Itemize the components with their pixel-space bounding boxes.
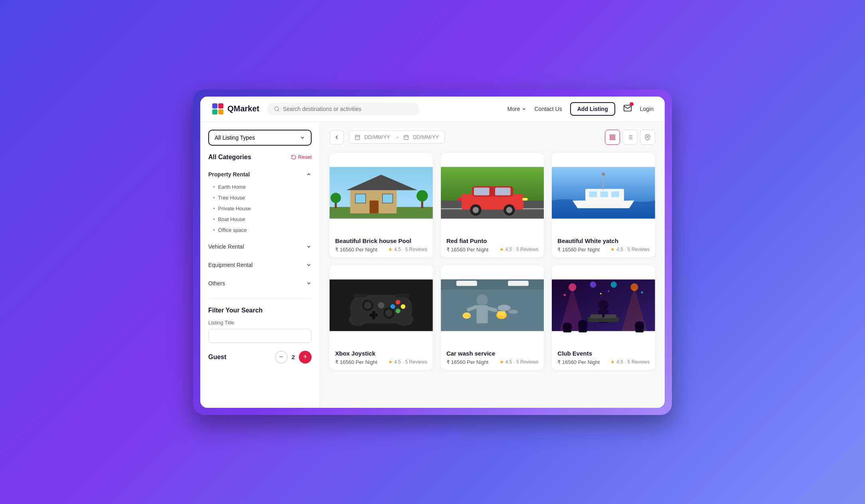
listing-type-select[interactable]: All Listing Types bbox=[208, 130, 312, 146]
card-image-car bbox=[441, 153, 544, 233]
category-group-others: Others bbox=[208, 276, 312, 291]
svg-rect-94 bbox=[590, 314, 602, 318]
listing-card-4[interactable]: Xbox Joystick ₹ 16560 Per Night ★ 4.5 · … bbox=[330, 265, 433, 370]
reviews-2: · 5 Reviews bbox=[513, 247, 538, 252]
search-bar[interactable] bbox=[267, 103, 419, 115]
svg-point-89 bbox=[611, 281, 617, 288]
arrow-separator: → bbox=[394, 134, 399, 140]
card-title-1: Beautiful Brick house Pool bbox=[335, 237, 427, 244]
search-icon bbox=[274, 106, 280, 112]
listing-card-5[interactable]: Car wash service ₹ 16560 Per Night ★ 4.5… bbox=[441, 265, 544, 370]
svg-rect-82 bbox=[498, 311, 505, 316]
listing-title-label: Listing Title bbox=[208, 320, 312, 326]
category-item-tree-house[interactable]: Tree House bbox=[213, 192, 312, 203]
category-item-office-space[interactable]: Office space bbox=[213, 225, 312, 235]
category-header-equipment[interactable]: Equipment Rental bbox=[208, 258, 312, 272]
rating-value-6: 4.5 bbox=[616, 359, 623, 365]
map-view-button[interactable] bbox=[640, 130, 655, 145]
guest-section: Guest − 2 + bbox=[208, 351, 312, 364]
svg-point-61 bbox=[364, 301, 371, 308]
card-rating-2: ★ 4.5 · 5 Reviews bbox=[500, 247, 539, 252]
chevron-down-others-icon bbox=[306, 281, 312, 286]
grid-icon bbox=[609, 134, 616, 140]
card-meta-1: ₹ 16560 Per Night ★ 4.5 · 5 Reviews bbox=[335, 247, 427, 253]
nav-mail[interactable] bbox=[623, 104, 632, 114]
date-end: DD/MM/YY bbox=[413, 134, 439, 140]
card-price-4: ₹ 16560 Per Night bbox=[335, 359, 377, 365]
card-meta-4: ₹ 16560 Per Night ★ 4.5 · 5 Reviews bbox=[335, 359, 427, 365]
category-group-vehicle: Vehicle Rental bbox=[208, 239, 312, 254]
card-body-6: Club Events ₹ 16560 Per Night ★ 4.5 · 5 … bbox=[552, 345, 655, 370]
category-name-equipment: Equipment Rental bbox=[208, 262, 253, 268]
chevron-down-equipment-icon bbox=[306, 262, 312, 268]
star-icon-6: ★ bbox=[610, 359, 615, 365]
reset-button[interactable]: Reset bbox=[291, 154, 312, 160]
svg-point-77 bbox=[476, 294, 488, 305]
svg-rect-2 bbox=[212, 109, 217, 115]
svg-rect-31 bbox=[383, 194, 393, 203]
svg-point-102 bbox=[564, 294, 566, 296]
filter-section: Filter Your Search Listing Title bbox=[208, 298, 312, 343]
reviews-1: · 5 Reviews bbox=[403, 247, 427, 252]
svg-rect-95 bbox=[605, 314, 616, 318]
content-area: DD/MM/YY → DD/MM/YY bbox=[320, 122, 665, 408]
outer-wrapper: QMarket More Contact Us Add Listing bbox=[193, 89, 672, 415]
logo-icon bbox=[211, 103, 224, 115]
date-start: DD/MM/YY bbox=[364, 134, 390, 140]
svg-point-63 bbox=[385, 309, 393, 316]
category-item-earth-home[interactable]: Earth Home bbox=[213, 182, 312, 192]
card-rating-6: ★ 4.5 · 5 Reviews bbox=[610, 359, 650, 365]
category-header-vehicle[interactable]: Vehicle Rental bbox=[208, 239, 312, 254]
svg-rect-30 bbox=[355, 194, 366, 203]
svg-point-46 bbox=[506, 207, 512, 213]
guest-decrease-button[interactable]: − bbox=[275, 351, 288, 364]
nav-login[interactable]: Login bbox=[640, 106, 654, 112]
category-header-property[interactable]: Property Rental bbox=[208, 167, 312, 182]
nav-contact[interactable]: Contact Us bbox=[534, 106, 562, 112]
listing-card-1[interactable]: Beautiful Brick house Pool ₹ 16560 Per N… bbox=[330, 153, 433, 257]
card-body-5: Car wash service ₹ 16560 Per Night ★ 4.5… bbox=[441, 345, 544, 370]
card-rating-4: ★ 4.5 · 5 Reviews bbox=[388, 359, 427, 365]
reviews-3: · 5 Reviews bbox=[625, 247, 650, 252]
guest-increase-button[interactable]: + bbox=[299, 351, 312, 364]
listing-card-2[interactable]: Red fiat Punto ₹ 16560 Per Night ★ 4.5 ·… bbox=[441, 153, 544, 257]
list-icon bbox=[627, 134, 633, 140]
svg-line-5 bbox=[278, 110, 279, 111]
calendar-start-icon bbox=[355, 134, 360, 140]
content-toolbar: DD/MM/YY → DD/MM/YY bbox=[330, 130, 655, 145]
filter-title: Filter Your Search bbox=[208, 307, 312, 314]
svg-point-55 bbox=[602, 172, 605, 176]
header-nav: More Contact Us Add Listing Login bbox=[508, 102, 654, 116]
search-input[interactable] bbox=[283, 106, 413, 112]
grid-view-button[interactable] bbox=[605, 130, 620, 145]
card-title-5: Car wash service bbox=[446, 350, 539, 357]
listing-card-3[interactable]: Beautiful White yatch ₹ 16560 Per Night … bbox=[552, 153, 655, 257]
reset-icon bbox=[291, 154, 296, 160]
category-header-others[interactable]: Others bbox=[208, 276, 312, 291]
view-toggle bbox=[605, 130, 655, 145]
date-range[interactable]: DD/MM/YY → DD/MM/YY bbox=[349, 130, 445, 144]
card-meta-6: ₹ 16560 Per Night ★ 4.5 · 5 Reviews bbox=[557, 359, 650, 365]
svg-rect-17 bbox=[613, 138, 615, 140]
svg-rect-99 bbox=[579, 320, 587, 332]
list-view-button[interactable] bbox=[622, 130, 638, 145]
svg-rect-16 bbox=[610, 138, 612, 140]
card-body-4: Xbox Joystick ₹ 16560 Per Night ★ 4.5 · … bbox=[330, 345, 433, 370]
dropdown-chevron-icon bbox=[300, 135, 305, 140]
svg-point-91 bbox=[598, 300, 609, 310]
chevron-down-icon bbox=[521, 107, 526, 111]
svg-point-83 bbox=[498, 304, 510, 311]
nav-more[interactable]: More bbox=[508, 106, 527, 112]
category-name-vehicle: Vehicle Rental bbox=[208, 243, 244, 250]
category-item-boat-house[interactable]: Boat House bbox=[213, 214, 312, 225]
listing-title-input[interactable] bbox=[208, 329, 312, 343]
guest-label: Guest bbox=[208, 354, 270, 361]
svg-rect-15 bbox=[613, 135, 615, 137]
back-button[interactable] bbox=[330, 130, 344, 144]
main-layout: All Listing Types All Categories Reset bbox=[200, 122, 665, 408]
category-item-private-house[interactable]: Private House bbox=[213, 203, 312, 214]
listing-card-6[interactable]: Club Events ₹ 16560 Per Night ★ 4.5 · 5 … bbox=[552, 265, 655, 370]
card-meta-2: ₹ 16560 Per Night ★ 4.5 · 5 Reviews bbox=[446, 247, 539, 253]
svg-rect-3 bbox=[218, 109, 223, 115]
add-listing-button[interactable]: Add Listing bbox=[570, 102, 615, 116]
